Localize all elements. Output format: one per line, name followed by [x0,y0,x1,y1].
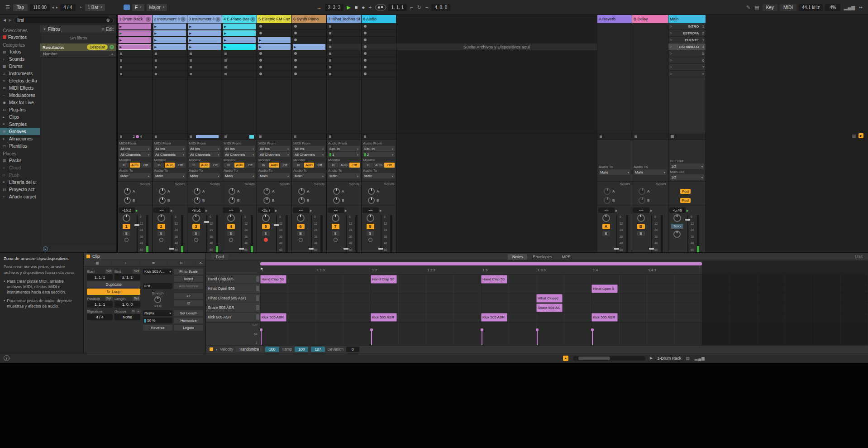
tempo-display[interactable]: 110.00 [30,4,50,11]
clip-slot[interactable]: ▶ [257,37,291,43]
monitor-off-button[interactable]: Off [175,163,186,168]
fader-handle[interactable] [649,248,654,250]
slot-record-button[interactable] [364,25,367,28]
send-knob-b[interactable] [194,197,200,204]
fold-button[interactable]: Fold [211,254,229,260]
arm-button[interactable] [368,238,372,242]
volume-fader[interactable] [343,214,349,252]
session-clip[interactable]: ▶ [119,37,151,43]
clip-launch-icon[interactable]: ▶ [154,32,157,35]
slot-record-button[interactable] [294,52,297,55]
clip-color-icon[interactable] [86,255,90,258]
slot-stop-button[interactable] [190,53,192,55]
volume-display[interactable]: -∞ [293,207,309,213]
monitor-auto-button[interactable]: Auto [374,163,384,168]
monitor-in-button[interactable]: In [363,163,373,168]
arm-button[interactable] [159,238,163,242]
slot-stop-button[interactable] [224,53,227,55]
clip-slot[interactable] [187,57,222,64]
track-chevron-icon[interactable]: ▾ [215,17,220,22]
pan-knob[interactable] [123,214,130,222]
fader-handle[interactable] [169,248,174,250]
record-button[interactable]: ● [361,5,366,10]
volume-fader[interactable] [685,214,691,252]
volume-display[interactable]: -16.2 [119,207,135,213]
monitor-in-button[interactable]: In [119,163,129,168]
clip-slot[interactable] [327,71,361,77]
slot-record-button[interactable] [364,66,367,68]
clip-slot[interactable] [257,30,291,37]
horizontal-scrollbar[interactable] [573,356,645,361]
clip-slot[interactable] [292,57,326,64]
category-item[interactable]: ♯Afinaciones [0,135,40,142]
add-filter-icon[interactable]: + [110,45,114,49]
midi-note[interactable]: Hand Clap 50 [371,275,397,284]
volume-fader[interactable] [649,214,654,252]
clip-slot[interactable] [187,64,222,71]
collection-item[interactable]: Favoritos [0,34,40,41]
send-knob-a[interactable] [194,188,200,195]
arm-button[interactable] [194,238,198,242]
monitor-in-button[interactable]: In [224,163,234,168]
fader-handle[interactable] [309,248,314,250]
slot-record-button[interactable] [364,72,367,75]
slot-stop-button[interactable] [155,59,157,62]
slot-stop-button[interactable] [329,53,331,55]
search-input[interactable]: limi ⊗ [14,17,114,24]
scene-row[interactable]: ▷5 [668,50,706,57]
io-view-toggle-icon[interactable]: ▶ [858,133,863,138]
velocity-stem[interactable] [261,330,262,345]
clip-launch-icon[interactable]: ▶ [189,25,191,28]
computer-midi-keyboard-icon[interactable]: ▤ [754,5,760,10]
slot-stop-button[interactable] [329,66,331,68]
clip-slot[interactable]: ▶ [187,37,222,43]
tap-tempo-button[interactable]: Tap [13,4,28,11]
keyboard-icon[interactable]: ▤ [686,356,690,361]
track-header[interactable]: 2 Instrument R▾ [153,15,187,23]
clip-slot[interactable] [257,23,291,30]
clip-end-field[interactable]: 2. 1. 1 [114,274,140,280]
tab-notes[interactable]: Notes [508,254,528,260]
clip-loop-bar[interactable] [260,262,702,265]
monitor-auto-button[interactable]: Auto [130,163,140,168]
send-knob-a[interactable] [298,188,305,195]
stop-button[interactable]: ■ [354,5,359,10]
overdub-icon[interactable]: + [368,5,372,10]
clip-slot[interactable] [153,64,187,71]
fader-handle[interactable] [378,248,383,250]
track-activator-button[interactable]: A [602,224,610,229]
track-header[interactable]: 8 Audio [362,15,396,23]
set-end-button[interactable]: Set [133,269,140,274]
clip-slot[interactable] [327,37,361,43]
scene-row[interactable]: ▷ESTRIBILLO4 [668,43,706,50]
solo-button[interactable]: S [262,231,270,236]
clip-slot[interactable] [362,71,396,77]
midi-note[interactable]: Kick 505 ASR [481,313,507,322]
slot-stop-button[interactable] [190,66,192,68]
scrollbar-handle[interactable] [578,356,610,360]
io-output-select[interactable]: Main▾ [599,169,630,175]
clip-launch-icon[interactable]: ▶ [294,45,296,48]
track-header[interactable]: 7 Hihat Techno St [327,15,361,23]
tab-envelopes[interactable]: Envelopes [528,254,556,260]
slot-record-button[interactable] [259,59,262,62]
loop-start-display[interactable]: 1. 1. 1 [388,4,407,11]
clip-slot[interactable] [118,71,152,77]
slot-stop-button[interactable] [120,53,122,55]
volume-fader[interactable] [308,214,314,252]
volume-fader[interactable] [378,214,384,252]
return-track-header[interactable]: B Delay [632,15,668,23]
follow-icon[interactable]: → [316,5,323,10]
clip-slot[interactable] [362,43,396,50]
pan-knob[interactable] [673,214,681,222]
main-out-select[interactable]: 1/2▾ [670,174,704,180]
randomize-amount-field[interactable]: 100 [265,347,279,352]
pan-knob[interactable] [157,214,165,222]
fader-handle[interactable] [614,248,619,250]
arm-button[interactable] [299,238,303,242]
back-icon[interactable]: ◀ [3,18,6,22]
clip-slot[interactable] [153,50,187,57]
category-item[interactable]: ~Moduladores [0,92,40,99]
pan-knob[interactable] [367,214,374,222]
io-output-select[interactable]: Main▾ [224,173,255,178]
